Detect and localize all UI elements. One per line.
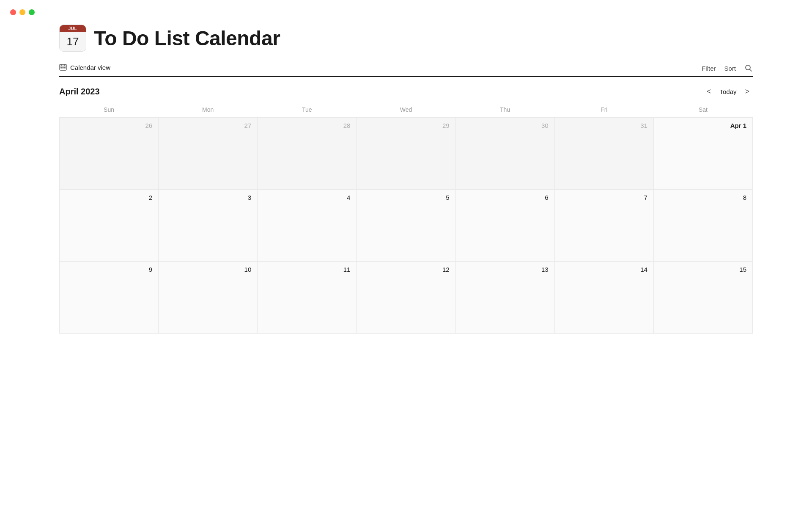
svg-rect-4 [60, 67, 62, 69]
day-headers-row: Sun Mon Tue Wed Thu Fri Sat [60, 103, 753, 118]
day-cell[interactable]: 27 [159, 118, 258, 190]
calendar-grid: Sun Mon Tue Wed Thu Fri Sat 262728293031… [59, 103, 753, 334]
day-cell[interactable]: Apr 1 [653, 118, 752, 190]
week-row-2: 9101112131415 [60, 262, 753, 334]
day-cell[interactable]: 14 [554, 262, 653, 334]
day-number: 12 [362, 266, 449, 273]
header-fri: Fri [554, 103, 653, 118]
nav-controls: < Today > [703, 86, 753, 98]
week-row-0: 262728293031Apr 1 [60, 118, 753, 190]
calendar-view-tab[interactable]: Calendar view [59, 64, 110, 73]
calendar-view-icon [59, 64, 67, 71]
day-cell[interactable]: 29 [357, 118, 455, 190]
app-icon: JUL 17 [59, 25, 86, 52]
day-number: 10 [165, 266, 251, 273]
day-number: 7 [561, 194, 647, 201]
day-number: 26 [66, 122, 152, 129]
calendar-nav: April 2023 < Today > [59, 86, 753, 98]
svg-rect-6 [64, 67, 66, 69]
day-number: 31 [561, 122, 647, 129]
day-cell[interactable]: 3 [159, 190, 258, 262]
day-cell[interactable]: 4 [258, 190, 357, 262]
header-sat: Sat [653, 103, 752, 118]
page-header: JUL 17 To Do List Calendar [59, 25, 753, 52]
day-number: 30 [462, 122, 549, 129]
week-row-1: 2345678 [60, 190, 753, 262]
day-cell[interactable]: 9 [60, 262, 159, 334]
day-number: 9 [66, 266, 152, 273]
svg-line-8 [750, 69, 752, 71]
header-wed: Wed [357, 103, 455, 118]
day-number: 2 [66, 194, 152, 201]
day-number: 28 [263, 122, 350, 129]
calendar-view-label: Calendar view [70, 64, 110, 71]
day-cell[interactable]: 13 [455, 262, 554, 334]
toolbar: Calendar view Filter Sort [59, 64, 753, 77]
header-sun: Sun [60, 103, 159, 118]
day-cell[interactable]: 15 [653, 262, 752, 334]
next-month-button[interactable]: > [741, 86, 753, 98]
day-cell[interactable]: 28 [258, 118, 357, 190]
filter-button[interactable]: Filter [702, 65, 716, 72]
day-number: 27 [165, 122, 251, 129]
minimize-button[interactable] [19, 9, 25, 15]
day-cell[interactable]: 7 [554, 190, 653, 262]
day-number: 4 [263, 194, 350, 201]
header-tue: Tue [258, 103, 357, 118]
day-number: 13 [462, 266, 549, 273]
main-content: JUL 17 To Do List Calendar Calendar view [0, 25, 812, 334]
day-cell[interactable]: 5 [357, 190, 455, 262]
day-number: 14 [561, 266, 647, 273]
day-cell[interactable]: 6 [455, 190, 554, 262]
day-cell[interactable]: 8 [653, 190, 752, 262]
header-mon: Mon [159, 103, 258, 118]
sort-button[interactable]: Sort [724, 65, 736, 72]
day-cell[interactable]: 30 [455, 118, 554, 190]
page-title: To Do List Calendar [94, 27, 280, 50]
search-button[interactable] [744, 64, 753, 72]
day-number: 6 [462, 194, 549, 201]
day-cell[interactable]: 10 [159, 262, 258, 334]
day-cell[interactable]: 2 [60, 190, 159, 262]
prev-month-button[interactable]: < [703, 86, 715, 98]
month-title: April 2023 [59, 87, 100, 97]
day-cell[interactable]: 11 [258, 262, 357, 334]
toolbar-actions: Filter Sort [702, 64, 753, 72]
day-number: 11 [263, 266, 350, 273]
day-number: 5 [362, 194, 449, 201]
day-number: Apr 1 [660, 122, 746, 129]
day-cell[interactable]: 26 [60, 118, 159, 190]
day-number: 15 [660, 266, 746, 273]
day-number: 8 [660, 194, 746, 201]
day-cell[interactable]: 31 [554, 118, 653, 190]
close-button[interactable] [10, 9, 16, 15]
today-button[interactable]: Today [719, 88, 736, 95]
svg-rect-5 [63, 67, 64, 69]
header-thu: Thu [455, 103, 554, 118]
day-cell[interactable]: 12 [357, 262, 455, 334]
day-number: 3 [165, 194, 251, 201]
maximize-button[interactable] [29, 9, 35, 15]
icon-day-number: 17 [60, 32, 86, 51]
icon-month-label: JUL [60, 25, 86, 32]
day-number: 29 [362, 122, 449, 129]
traffic-lights [0, 0, 812, 25]
